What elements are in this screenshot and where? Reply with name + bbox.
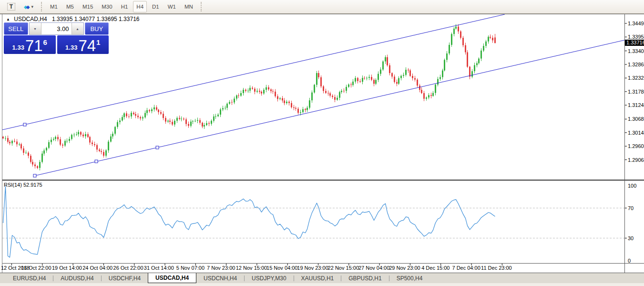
one-click-trading-panel: SELL ▾ 3.00 ▴ BUY 1.33 71 6 1.33 74 1 (4, 22, 109, 54)
sell-price-main: 71 (25, 38, 43, 53)
channel-anchor-handle[interactable] (23, 123, 26, 126)
channel-anchor-handle[interactable] (156, 146, 159, 149)
chart-tab-audusdh4[interactable]: AUDUSD,H4 (53, 273, 101, 283)
chart-title: ▲ USDCAD,H4 1.33935 1.34077 1.33695 1.33… (6, 16, 139, 22)
channel-anchor-handle[interactable] (95, 160, 98, 163)
time-axis-label: 4 Dec 15:00 (421, 265, 450, 271)
time-axis-label: 29 Nov 23:00 (389, 265, 420, 271)
channel-anchor-handle[interactable] (33, 174, 36, 177)
sell-price-pip: 6 (43, 38, 47, 46)
time-axis-label: 16 Oct 22:00 (21, 265, 51, 271)
time-axis-label: 19 Nov 23:00 (297, 265, 328, 271)
time-axis-label: 22 Nov 15:00 (328, 265, 359, 271)
rsi-axis-label: 30 (628, 235, 634, 241)
chart-tab-sp500h4[interactable]: SP500,H4 (389, 273, 430, 283)
collapse-panel-icon[interactable]: ▲ (6, 17, 10, 21)
rsi-indicator-label: RSI(14) 52.9175 (4, 182, 42, 188)
buy-price-pip: 1 (96, 38, 100, 46)
time-axis-label: 11 Dec 23:00 (481, 265, 512, 271)
price-axis-label: 1.29605 (628, 143, 644, 149)
rsi-axis-label: 100 (628, 183, 636, 189)
terminal-window: T ◆ ◆ ▾ M1M5M15M30H1H4D1W1MN ▲ USDCAD,H4… (0, 0, 644, 286)
volume-decrease-button[interactable]: ▾ (30, 23, 41, 34)
time-axis-label: 26 Oct 22:00 (113, 265, 143, 271)
rsi-line (3, 186, 495, 257)
chart-tab-eurusdh4[interactable]: EURUSD,H4 (6, 273, 53, 283)
buy-price-main: 74 (78, 38, 96, 53)
time-axis-label: 19 Oct 14:00 (52, 265, 82, 271)
time-axis-label: 31 Oct 14:00 (144, 265, 174, 271)
price-axis-label: 1.29065 (628, 157, 644, 163)
rsi-axis-label: 0 (628, 258, 631, 264)
sell-price-prefix: 1.33 (12, 44, 24, 51)
time-axis-label: 12 Nov 15:00 (236, 265, 267, 271)
time-axis-label: 5 Nov 07:00 (176, 265, 204, 271)
window-bottom-strip (0, 283, 644, 286)
price-axis-label: 1.31240 (628, 102, 644, 108)
price-axis-label: 1.30685 (628, 116, 644, 122)
rsi-axis-label: 70 (628, 205, 634, 211)
price-axis-label: 1.33955 (628, 34, 644, 40)
buy-price-display[interactable]: 1.33 74 1 (57, 35, 109, 54)
time-axis-label: 7 Dec 04:00 (452, 265, 480, 271)
volume-input[interactable]: 3.00 (41, 23, 72, 34)
sell-price-display[interactable]: 1.33 71 6 (4, 35, 56, 54)
chart-ohlc-values: 1.33935 1.34077 1.33695 1.33716 (52, 16, 140, 22)
sell-button[interactable]: SELL (4, 22, 28, 35)
time-axis-label: 7 Nov 23:00 (207, 265, 235, 271)
price-axis-label: 1.32320 (628, 75, 644, 81)
chart-tab-usdjpym30[interactable]: USDJPY,M30 (245, 273, 293, 283)
time-axis-label: 24 Oct 04:00 (82, 265, 112, 271)
buy-button[interactable]: BUY (85, 22, 109, 35)
chart-tab-xauusdh1[interactable]: XAUUSD,H1 (294, 273, 341, 283)
price-axis-label: 1.33400 (628, 48, 644, 54)
chart-symbol-period: USDCAD,H4 (14, 16, 47, 22)
price-axis-label: 1.31780 (628, 89, 644, 95)
current-price-tag: 1.33716 (625, 40, 644, 46)
volume-increase-button[interactable]: ▴ (72, 23, 83, 34)
chart-tab-bar: EURUSD,H4AUDUSD,H4USDCHF,H4USDCAD,H4USDC… (0, 273, 644, 283)
price-axis-label: 1.32860 (628, 62, 644, 67)
chart-tab-usdcadh4[interactable]: USDCAD,H4 (148, 273, 196, 283)
chart-tab-usdchfh4[interactable]: USDCHF,H4 (102, 273, 148, 283)
price-axis-label: 1.30145 (628, 130, 644, 136)
time-axis-label: 15 Nov 04:00 (266, 265, 297, 271)
chart-tab-gbpusdh1[interactable]: GBPUSD,H1 (341, 273, 388, 283)
chart-tab-usdcnhh4[interactable]: USDCNH,H4 (196, 273, 244, 283)
volume-box: ▾ 3.00 ▴ (29, 22, 84, 35)
buy-price-prefix: 1.33 (65, 44, 77, 51)
price-axis-label: 1.34495 (628, 21, 644, 26)
time-axis-label: 27 Nov 04:00 (358, 265, 389, 271)
